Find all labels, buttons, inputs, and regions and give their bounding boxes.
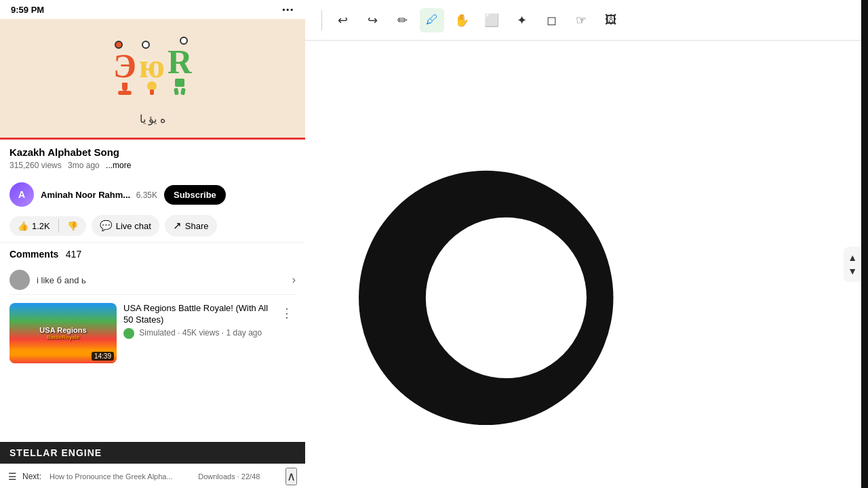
video-info: Kazakh Alphabet Song 315,260 views 3mo a…	[0, 140, 305, 180]
status-three-dots: •••	[282, 5, 294, 14]
playlist-icon: ☰	[8, 471, 17, 482]
channel-name[interactable]: Aminah Noor Rahm...	[41, 190, 130, 200]
comments-header: Comments 417	[9, 248, 296, 260]
toolbar-separator-left	[321, 10, 322, 30]
like-count: 1.2K	[32, 221, 50, 231]
next-video-info: How to Pronounce the Greek Alpha...	[50, 472, 173, 481]
scroll-up-button[interactable]: ▲	[848, 252, 857, 263]
subscribe-button[interactable]: Subscribe	[164, 185, 226, 205]
inner-ring	[426, 218, 587, 378]
downloads-info: Downloads · 22/48	[198, 472, 260, 481]
pencil-icon: ✏	[397, 13, 408, 28]
rec-thumb-usa: USA Regions BattleRoyale 14:39	[9, 303, 117, 363]
hand-icon: ✋	[454, 13, 469, 28]
status-time: 9:59 PM	[11, 5, 44, 15]
chat-icon: 💬	[100, 220, 113, 232]
like-button[interactable]: 👍 1.2K	[9, 216, 58, 236]
pen-icon: 🖊	[426, 13, 438, 27]
eraser-icon: ◻	[547, 13, 557, 28]
undo-button[interactable]: ↩	[330, 8, 355, 33]
usa-battle-royale-subtitle: BattleRoyale	[47, 334, 79, 340]
video-thumbnail[interactable]: Э ю Я	[0, 19, 305, 138]
share-label: Share	[185, 221, 209, 231]
view-count: 315,260 views	[9, 161, 62, 170]
duration-badge: 14:39	[92, 352, 114, 361]
rec-time: 1 day ago	[226, 328, 262, 338]
share-button[interactable]: ↗ Share	[165, 215, 217, 237]
channel-row: A Aminah Noor Rahm... 6.35K Subscribe	[0, 180, 305, 209]
rec-channel: Simulated	[139, 328, 175, 338]
video-title: Kazakh Alphabet Song	[9, 146, 296, 158]
drawing-panel: ↩ ↪ ✏ 🖊 ✋ ⬜ ✦ ◻ ☞ 🖼	[305, 0, 861, 488]
redo-icon: ↪	[368, 13, 378, 28]
comments-section: Comments 417 i like б and ь ›	[0, 242, 305, 298]
channel-subs: 6.35K	[136, 190, 157, 200]
next-label: Next:	[22, 472, 41, 481]
dislike-button[interactable]: 👎	[59, 216, 86, 236]
bottom-bar: ☰ Next: How to Pronounce the Greek Alpha…	[0, 464, 305, 488]
comments-count: 417	[66, 249, 81, 260]
bottom-banner: STELLAR ENGINE	[0, 442, 305, 464]
rec-title: USA Regions Battle Royale! (With All 50 …	[123, 303, 271, 326]
right-border	[861, 0, 868, 488]
avatar-letter: A	[18, 189, 25, 200]
time-ago: 3mo ago	[68, 161, 100, 170]
canvas-area[interactable]: ▲ ▼	[305, 41, 861, 488]
transform-button[interactable]: ⬜	[479, 8, 504, 33]
next-video-title: How to Pronounce the Greek Alpha...	[50, 472, 173, 481]
like-dislike-group: 👍 1.2K 👎	[9, 216, 86, 236]
rec-video-1[interactable]: USA Regions BattleRoyale 14:39 USA Regio…	[0, 298, 305, 369]
scroll-down-button[interactable]: ▼	[848, 266, 857, 277]
pencil-button[interactable]: ✏	[390, 8, 414, 33]
more-link[interactable]: ...more	[106, 161, 131, 170]
status-icons: •••	[282, 5, 294, 14]
wand-icon: ✦	[517, 13, 527, 28]
phone-panel: 9:59 PM ••• Э ю	[0, 0, 305, 488]
comment-avatar	[9, 270, 30, 290]
thumbs-down-icon: 👎	[67, 221, 78, 231]
comment-text: i like б and ь	[37, 275, 285, 285]
live-chat-button[interactable]: 💬 Live chat	[92, 215, 159, 237]
usa-regions-title: USA Regions	[39, 326, 86, 334]
redo-button[interactable]: ↪	[360, 8, 384, 33]
grab-icon: ☞	[576, 13, 587, 28]
grab-button[interactable]: ☞	[569, 8, 593, 33]
rec-views: 45K views	[182, 328, 220, 338]
rec-channel-icon	[123, 328, 134, 339]
channel-avatar[interactable]: A	[9, 182, 34, 207]
live-chat-label: Live chat	[116, 221, 151, 231]
thumbs-up-icon: 👍	[18, 221, 28, 231]
action-row: 👍 1.2K 👎 💬 Live chat ↗ Share	[0, 209, 305, 242]
drawing-canvas	[305, 41, 861, 488]
comments-label: Comments	[9, 249, 58, 260]
arabic-text: ه يؤ يا	[140, 113, 165, 125]
rec-meta: Simulated · 45K views · 1 day ago	[123, 328, 271, 339]
transform-icon: ⬜	[484, 13, 499, 28]
share-icon: ↗	[173, 220, 182, 232]
banner-title: STELLAR ENGINE	[9, 447, 296, 458]
pen-button[interactable]: 🖊	[420, 8, 444, 33]
insert-icon: 🖼	[605, 13, 617, 27]
wand-button[interactable]: ✦	[509, 8, 534, 33]
comments-header-left: Comments 417	[9, 248, 81, 260]
comment-item: i like б and ь ›	[9, 266, 296, 295]
video-meta: 315,260 views 3mo ago ...more	[9, 161, 296, 170]
status-bar: 9:59 PM •••	[0, 0, 305, 19]
bottom-bar-left: ☰ Next: How to Pronounce the Greek Alpha…	[8, 471, 173, 482]
undo-icon: ↩	[338, 13, 348, 28]
thumbnail-content: Э ю Я	[0, 19, 305, 138]
insert-button[interactable]: 🖼	[599, 8, 623, 33]
rec-info: USA Regions Battle Royale! (With All 50 …	[123, 303, 271, 339]
toolbar: ↩ ↪ ✏ 🖊 ✋ ⬜ ✦ ◻ ☞ 🖼	[305, 0, 861, 41]
channel-info: Aminah Noor Rahm... 6.35K	[41, 188, 157, 201]
collapse-button[interactable]: ∧	[285, 468, 297, 485]
hand-button[interactable]: ✋	[450, 8, 474, 33]
rec-more-button[interactable]: ⋮	[278, 303, 296, 323]
scroll-indicator: ▲ ▼	[844, 247, 861, 282]
chevron-down-icon[interactable]: ›	[292, 274, 296, 286]
eraser-button[interactable]: ◻	[539, 8, 564, 33]
